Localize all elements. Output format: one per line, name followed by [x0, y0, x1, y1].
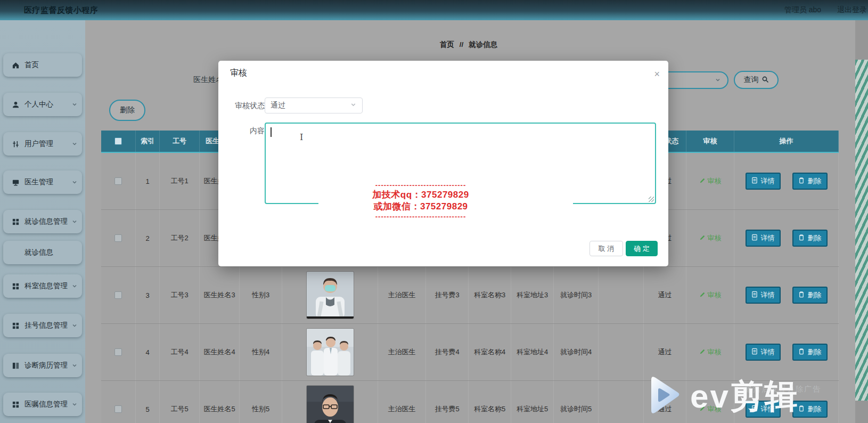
cell-fee: 挂号费3	[426, 267, 469, 323]
sidebar-item-label: 就诊信息	[24, 248, 53, 257]
cell-select	[101, 324, 136, 380]
sidebar-item-3[interactable]: 用户管理	[3, 132, 82, 156]
sliders-icon	[12, 140, 20, 148]
cell-actions: 详情删除	[734, 324, 839, 380]
ad-line1: 加技术qq：375279829	[296, 189, 546, 201]
table-header-cell: 索引	[136, 131, 160, 152]
ibeam-cursor: I	[300, 132, 303, 142]
cell-visit_time: 就诊时间4	[554, 324, 599, 380]
cell-attending: 主治医生	[378, 381, 426, 423]
table-header-cell	[101, 131, 136, 152]
query-button-label: 查询	[744, 75, 759, 85]
row-checkbox[interactable]	[114, 291, 122, 299]
query-button[interactable]: 查询	[734, 71, 779, 89]
resize-handle-icon[interactable]	[649, 197, 654, 202]
trash-icon	[798, 291, 805, 299]
chevron-down-icon	[71, 179, 78, 185]
cell-doctor_name: 医生姓名4	[200, 324, 240, 380]
detail-button[interactable]: 详情	[746, 173, 781, 190]
cancel-button[interactable]: 取 消	[589, 241, 623, 256]
pencil-icon	[699, 291, 706, 299]
play-logo-icon	[643, 373, 684, 420]
sidebar-item-1[interactable]: 首页	[3, 53, 82, 77]
sidebar-item-label: 用户管理	[24, 139, 53, 149]
ad-line2: 或加微信：375279829	[296, 201, 546, 213]
delete-button[interactable]: 删除	[792, 287, 828, 304]
logout-link[interactable]: 退出登录	[837, 5, 867, 15]
audit-status-select[interactable]: 通过	[265, 97, 363, 113]
breadcrumb-current: 就诊信息	[469, 40, 497, 48]
sidebar-item-8[interactable]: 挂号信息管理	[3, 314, 82, 337]
cell-job_no: 工号4	[160, 324, 200, 380]
delete-button[interactable]: 删除	[792, 173, 828, 190]
audit-link[interactable]: 审核	[699, 347, 722, 357]
chevron-down-icon	[71, 283, 78, 289]
cell-dept_addr: 科室地址5	[511, 381, 554, 423]
sidebar-item-4[interactable]: 医生管理	[3, 170, 82, 194]
delete-button[interactable]: 删除	[792, 230, 828, 247]
cell-select	[101, 210, 136, 266]
detail-button[interactable]: 详情	[746, 344, 781, 361]
cell-job_no: 工号3	[160, 267, 200, 323]
breadcrumb-home[interactable]: 首页	[440, 40, 454, 48]
cell-visit_time: 就诊时间3	[554, 267, 599, 323]
cell-audit: 审核	[686, 267, 734, 323]
audit-link[interactable]: 审核	[699, 176, 722, 186]
chevron-down-icon	[71, 362, 78, 369]
detail-button[interactable]: 详情	[746, 287, 781, 304]
sidebar-item-5[interactable]: 就诊信息管理	[3, 210, 82, 233]
sidebar-item-2[interactable]: 个人中心	[3, 93, 82, 116]
cell-doctor_name: 医生姓名3	[200, 267, 240, 323]
ad-watermark: -------------------------------- 加技术qq：3…	[296, 181, 546, 221]
sidebar-item-7[interactable]: 科室信息管理	[3, 274, 82, 298]
cell-photo	[282, 324, 378, 380]
document-icon	[751, 348, 758, 356]
admin-user-label[interactable]: 管理员 abo	[784, 5, 821, 15]
cell-dept_name: 科室名称3	[469, 267, 511, 323]
cell-select	[101, 381, 136, 423]
table-row: 3工号3医生姓名3性别3主治医生挂号费3科室名称3科室地址3就诊时间3通过审核详…	[101, 267, 839, 324]
select-all-checkbox[interactable]	[114, 137, 122, 145]
ad-dash-bottom: --------------------------------	[296, 213, 546, 221]
row-checkbox[interactable]	[114, 348, 122, 356]
row-checkbox[interactable]	[114, 405, 122, 413]
cell-audit_reply	[599, 267, 644, 323]
app-header: 医疗监督反馈小程序 管理员 abo 退出登录	[0, 0, 868, 20]
delete-button[interactable]: 删除	[792, 344, 828, 361]
doctor-photo	[307, 329, 354, 376]
document-icon	[751, 291, 758, 299]
detail-button[interactable]: 详情	[746, 230, 781, 247]
cell-dept_name: 科室名称5	[469, 381, 511, 423]
cell-actions: 详情删除	[734, 210, 839, 266]
cell-dept_addr: 科室地址3	[511, 267, 554, 323]
header-actions: 管理员 abo 退出登录	[784, 5, 868, 15]
audit-modal: 审核 × 审核状态 通过 内容 I 取 消 确 定	[218, 61, 668, 266]
audit-status-value: 通过	[271, 101, 285, 110]
document-icon	[751, 177, 758, 185]
sidebar-item-9[interactable]: 诊断病历管理	[3, 354, 82, 377]
table-row: 4工号4医生姓名4性别4主治医生挂号费4科室名称4科室地址4就诊时间4通过审核详…	[101, 324, 839, 381]
audit-link[interactable]: 审核	[699, 290, 722, 300]
confirm-button[interactable]: 确 定	[626, 241, 658, 256]
cell-index: 4	[136, 324, 160, 380]
sidebar-item-10[interactable]: 医嘱信息管理	[3, 393, 82, 416]
audit-link[interactable]: 审核	[699, 233, 722, 243]
cell-fee: 挂号费5	[426, 381, 469, 423]
trash-icon	[798, 234, 805, 242]
cell-dept_addr: 科室地址4	[511, 324, 554, 380]
bulk-delete-button[interactable]: 删除	[109, 100, 145, 121]
chevron-down-icon	[71, 141, 78, 147]
chevron-down-icon	[71, 101, 78, 108]
grid-icon	[12, 218, 20, 226]
row-checkbox[interactable]	[114, 177, 122, 185]
cell-audit: 审核	[686, 153, 734, 209]
cell-dept_name: 科室名称4	[469, 324, 511, 380]
cell-select	[101, 153, 136, 209]
close-icon[interactable]: ×	[654, 69, 660, 79]
row-checkbox[interactable]	[114, 234, 122, 242]
video-watermark: ev剪辑	[643, 373, 799, 420]
content-label: 内容	[229, 126, 265, 136]
grid-icon	[12, 401, 20, 409]
sidebar-item-6[interactable]: 就诊信息	[3, 241, 82, 264]
cell-audit_reply	[599, 324, 644, 380]
